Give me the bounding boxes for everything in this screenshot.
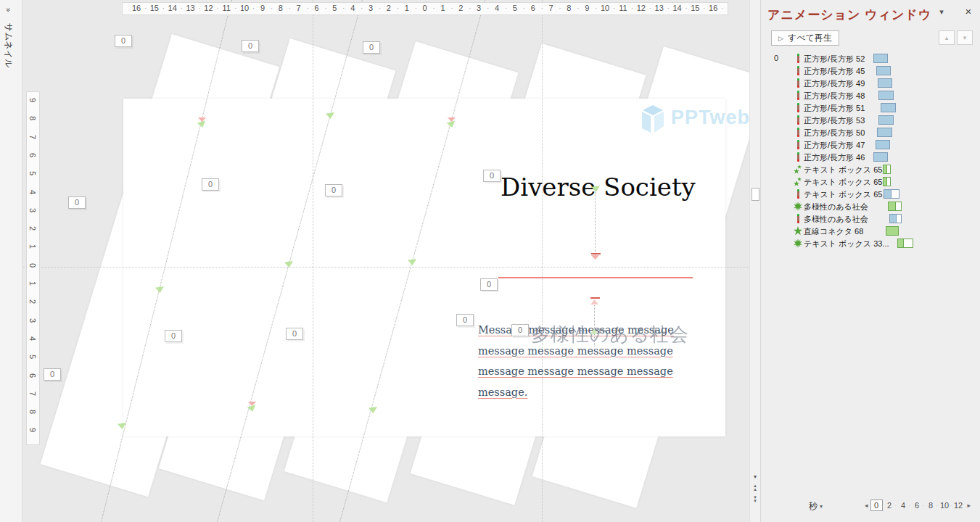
pane-close-icon[interactable] <box>962 5 975 18</box>
motion-path-marker[interactable] <box>591 253 601 265</box>
animation-item[interactable]: 正方形/長方形 45 <box>761 65 980 77</box>
canvas-scrollbar[interactable] <box>749 0 761 522</box>
ruler-number: 10 <box>237 4 252 12</box>
motion-path-marker[interactable] <box>447 117 457 129</box>
animation-timing-bar[interactable] <box>883 165 891 174</box>
motion-path-marker[interactable] <box>590 297 601 309</box>
motion-path-marker[interactable] <box>408 259 418 270</box>
scroll-down-button[interactable] <box>751 473 759 480</box>
expand-chevron-icon[interactable] <box>4 8 12 12</box>
slide-canvas[interactable]: Diverse Society 多様性のある社会 Message message… <box>0 0 749 522</box>
animation-item[interactable]: 直線コネクタ 68 <box>761 225 980 237</box>
motion-path-marker[interactable] <box>326 112 336 124</box>
animation-timing-bar[interactable] <box>876 140 890 149</box>
timing-segment <box>881 103 896 112</box>
timeline-scale[interactable]: 024681012 <box>862 499 973 512</box>
motion-path-icon <box>794 91 802 100</box>
animation-order-badge: 0 <box>242 40 259 52</box>
motion-path-marker[interactable] <box>368 407 379 418</box>
motion-path-marker[interactable] <box>590 328 601 340</box>
animation-timing-bar[interactable] <box>881 103 896 112</box>
animation-timing-bar[interactable] <box>873 54 888 63</box>
animation-item-label: 正方形/長方形 45 <box>804 66 865 77</box>
next-slide-button[interactable] <box>751 495 759 502</box>
animation-item[interactable]: 正方形/長方形 50 <box>761 126 980 138</box>
ruler-number: 1 <box>28 281 37 290</box>
ruler-number: 6 <box>526 4 540 12</box>
animation-order-badge: 0 <box>363 41 380 54</box>
seconds-dropdown[interactable]: 秒 <box>809 500 823 513</box>
motion-path-marker[interactable] <box>247 402 258 413</box>
ruler-number: 1 <box>435 4 450 12</box>
timing-segment <box>892 189 899 199</box>
thumbnail-rail-label: サムネイル <box>2 23 15 67</box>
animation-timing-bar[interactable] <box>878 91 894 100</box>
animation-item[interactable]: 多様性のある社会 <box>761 212 980 225</box>
entrance-star-icon <box>794 177 802 186</box>
scrollbar-thumb[interactable] <box>752 188 759 201</box>
animation-item[interactable]: テキスト ボックス 65... <box>761 175 980 188</box>
thumbnail-rail[interactable]: サムネイル <box>0 0 22 522</box>
timeline-scroll-right-icon[interactable] <box>965 502 973 509</box>
animation-item[interactable]: 正方形/長方形 53 <box>761 114 980 126</box>
animation-item[interactable]: 正方形/長方形 51 <box>761 102 980 114</box>
animation-timing-bar[interactable] <box>897 239 913 248</box>
ruler-number: 7 <box>544 4 559 12</box>
animation-item[interactable]: 正方形/長方形 49 <box>761 77 980 89</box>
ruler-number: 14 <box>165 4 180 12</box>
animation-item[interactable]: 多様性のある社会 <box>761 200 980 212</box>
animation-item[interactable]: テキスト ボックス 65... <box>761 163 980 175</box>
animation-timing-bar[interactable] <box>878 115 894 125</box>
ruler-number: 12 <box>201 4 215 12</box>
motion-path-icon <box>794 189 802 199</box>
motion-path-marker[interactable] <box>197 117 207 129</box>
motion-path-icon <box>794 115 802 125</box>
timeline-scroll-left-icon[interactable] <box>862 502 870 509</box>
ruler-number: 4 <box>345 4 360 12</box>
animation-item[interactable]: 正方形/長方形 48 <box>761 89 980 102</box>
ruler-number: 15 <box>688 4 702 12</box>
animation-timing-bar[interactable] <box>878 78 892 88</box>
timing-segment <box>897 239 904 248</box>
slide-japanese-text[interactable]: 多様性のある社会 <box>531 322 689 347</box>
animation-item[interactable]: テキスト ボックス 65... <box>761 188 980 200</box>
ruler-number: 2 <box>28 299 37 308</box>
previous-slide-button[interactable] <box>751 484 759 491</box>
animation-timing-bar[interactable] <box>877 128 892 137</box>
move-earlier-button[interactable] <box>939 30 955 45</box>
animation-timing-bar[interactable] <box>873 152 888 162</box>
animation-timing-bar[interactable] <box>886 226 899 236</box>
application-window: Diverse Society 多様性のある社会 Message message… <box>0 0 980 522</box>
animation-order-badge: 0 <box>480 278 498 291</box>
ruler-number: 4 <box>28 336 37 345</box>
move-later-button[interactable] <box>957 30 973 45</box>
timing-segment <box>878 78 892 88</box>
animation-timing-bar[interactable] <box>883 177 891 186</box>
animation-item[interactable]: 0正方形/長方形 52 <box>761 52 980 65</box>
motion-path-marker[interactable] <box>284 261 295 273</box>
play-all-button[interactable]: すべて再生 <box>771 30 839 46</box>
animation-timing-bar[interactable] <box>876 66 891 75</box>
animation-timing-bar[interactable] <box>888 202 902 211</box>
animation-item-label: テキスト ボックス 65... <box>804 165 889 175</box>
timing-segment <box>876 66 891 75</box>
animation-item[interactable]: 正方形/長方形 47 <box>761 138 980 151</box>
animation-timing-bar[interactable] <box>889 214 902 223</box>
motion-path-marker[interactable] <box>591 186 601 197</box>
ruler-number: 7 <box>28 135 37 144</box>
ruler-number: 8 <box>561 4 576 12</box>
animation-item[interactable]: テキスト ボックス 33... <box>761 237 980 249</box>
ruler-number: 3 <box>363 4 378 12</box>
pane-menu-caret-icon[interactable] <box>935 7 948 19</box>
ruler-number: 0 <box>28 263 37 272</box>
animation-order-badge: 0 <box>202 178 219 191</box>
ruler-number: 14 <box>670 4 685 12</box>
animation-timing-bar[interactable] <box>884 189 899 199</box>
animation-order-badge: 0 <box>325 184 342 196</box>
animation-item[interactable]: 正方形/長方形 46 <box>761 151 980 163</box>
seconds-caret-icon <box>820 503 823 510</box>
animation-item-label: テキスト ボックス 65... <box>804 189 889 200</box>
motion-path-marker[interactable] <box>118 423 128 434</box>
straight-connector-line[interactable] <box>498 277 693 278</box>
motion-path-marker[interactable] <box>155 286 165 298</box>
